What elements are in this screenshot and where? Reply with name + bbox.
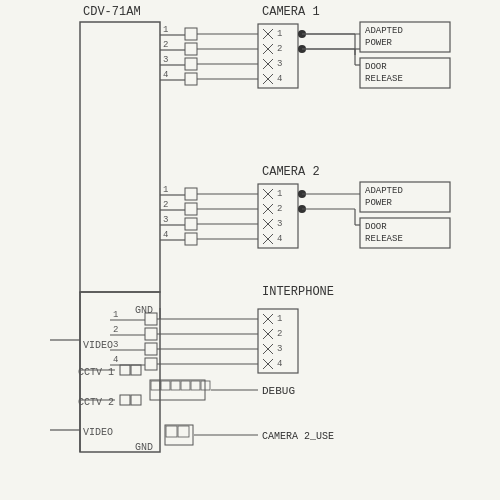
device-title: CDV-71AM: [83, 5, 141, 19]
svg-text:2: 2: [163, 40, 168, 50]
svg-text:2: 2: [277, 204, 282, 214]
svg-text:DOOR: DOOR: [365, 222, 387, 232]
svg-text:1: 1: [277, 314, 282, 324]
svg-text:ADAPTED: ADAPTED: [365, 26, 403, 36]
camera1-label: CAMERA 1: [262, 5, 320, 19]
camera2-label: CAMERA 2: [262, 165, 320, 179]
svg-text:RELEASE: RELEASE: [365, 234, 403, 244]
svg-text:1: 1: [277, 189, 282, 199]
svg-text:4: 4: [277, 234, 282, 244]
video2-label: VIDEO: [83, 427, 113, 438]
cctv2-label: CCTV 2: [78, 397, 114, 408]
gnd-top-label: GND: [135, 305, 153, 316]
svg-text:1: 1: [163, 185, 168, 195]
svg-text:3: 3: [163, 55, 168, 65]
svg-text:2: 2: [113, 325, 118, 335]
svg-rect-0: [0, 0, 500, 500]
svg-text:DOOR: DOOR: [365, 62, 387, 72]
debug-label: DEBUG: [262, 385, 295, 397]
svg-text:1: 1: [163, 25, 168, 35]
svg-text:4: 4: [163, 230, 168, 240]
svg-text:2: 2: [277, 44, 282, 54]
svg-text:4: 4: [277, 74, 282, 84]
svg-text:ADAPTED: ADAPTED: [365, 186, 403, 196]
interphone-label: INTERPHONE: [262, 285, 334, 299]
svg-text:2: 2: [277, 329, 282, 339]
svg-text:POWER: POWER: [365, 198, 393, 208]
video-label: VIDEO: [83, 340, 113, 351]
svg-text:POWER: POWER: [365, 38, 393, 48]
camera2use-label: CAMERA 2_USE: [262, 431, 334, 442]
svg-text:RELEASE: RELEASE: [365, 74, 403, 84]
svg-text:4: 4: [277, 359, 282, 369]
svg-text:4: 4: [163, 70, 168, 80]
svg-text:1: 1: [277, 29, 282, 39]
svg-text:3: 3: [163, 215, 168, 225]
cctv1-label: CCTV 1: [78, 367, 114, 378]
svg-text:2: 2: [163, 200, 168, 210]
svg-text:3: 3: [277, 219, 282, 229]
svg-text:3: 3: [277, 59, 282, 69]
svg-text:3: 3: [113, 340, 118, 350]
svg-text:4: 4: [113, 355, 118, 365]
wiring-diagram: CDV-71AM CAMERA 1 1 2 3 4 1 2 3 4: [0, 0, 500, 500]
svg-text:3: 3: [277, 344, 282, 354]
svg-text:1: 1: [113, 310, 118, 320]
